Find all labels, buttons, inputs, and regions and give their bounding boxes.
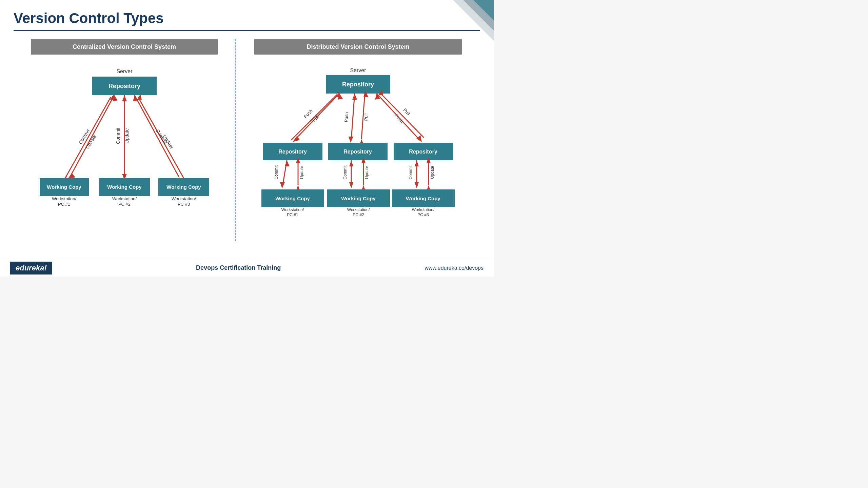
svg-text:Working Copy: Working Copy [406,196,440,201]
svg-marker-86 [415,182,419,188]
svg-text:Working Copy: Working Copy [47,184,81,190]
edureka-logo: edureka! [10,262,52,274]
svg-text:Working Copy: Working Copy [341,196,376,201]
svg-text:Server: Server [350,67,366,73]
svg-text:Commit: Commit [343,165,348,180]
svg-text:Update: Update [430,166,435,179]
svg-text:Push: Push [343,112,349,122]
slide: Version Control Types Centralized Versio… [0,0,494,277]
footer: edureka! Devops Certification Training w… [0,259,494,277]
svg-marker-70 [280,182,285,188]
svg-text:PC #1: PC #1 [58,202,70,207]
content-area: Centralized Version Control System Serve… [14,39,480,241]
svg-text:Workstation/: Workstation/ [412,207,435,212]
svg-text:Commit: Commit [274,165,279,180]
svg-text:Repository: Repository [409,149,437,155]
svg-text:Commit: Commit [408,165,413,180]
svg-text:Workstation/: Workstation/ [52,196,76,201]
svg-text:Update: Update [299,166,304,179]
svg-marker-87 [415,160,419,166]
svg-text:Repository: Repository [108,83,140,89]
cvcs-diagram: Server Repository [20,61,228,221]
svg-line-48 [351,94,355,139]
svg-marker-14 [122,95,127,101]
svg-marker-42 [293,136,300,142]
svg-marker-71 [285,160,290,166]
slide-title: Version Control Types [14,10,480,26]
svg-text:Repository: Repository [343,149,372,155]
svg-text:PC #3: PC #3 [177,202,190,207]
footer-right-text: www.edureka.co/devops [425,265,484,271]
footer-center-text: Devops Certification Training [196,264,281,271]
svg-line-59 [380,93,424,138]
svg-text:Pull: Pull [402,107,411,116]
cvcs-header: Centralized Version Control System [31,39,218,55]
svg-text:Workstation/: Workstation/ [171,196,196,201]
svg-line-9 [65,97,111,178]
svg-marker-57 [416,135,422,142]
svg-text:Workstation/: Workstation/ [112,196,136,201]
svg-text:Update: Update [124,128,130,143]
svg-text:Server: Server [116,68,133,74]
svg-text:Repository: Repository [342,81,374,88]
svg-marker-79 [349,160,353,166]
svg-line-15 [135,95,179,177]
svg-text:Workstation/: Workstation/ [347,207,370,212]
svg-text:Pull: Pull [363,113,369,121]
svg-text:PC #2: PC #2 [353,212,364,217]
dvcs-svg: Server Repository Push Pull [243,65,473,221]
svg-text:Commit: Commit [115,128,121,144]
svg-marker-78 [349,182,353,188]
right-panel: Distributed Version Control System Serve… [236,39,480,241]
dvcs-diagram: Server Repository Push Pull [243,61,473,221]
svg-text:PC #1: PC #1 [287,212,298,217]
svg-text:Repository: Repository [278,149,307,155]
svg-text:Working Copy: Working Copy [275,196,310,201]
svg-text:Working Copy: Working Copy [166,184,201,190]
corner-decoration [453,0,494,41]
dvcs-header: Distributed Version Control System [254,39,462,55]
svg-text:PC #3: PC #3 [417,212,429,217]
svg-text:Update: Update [364,166,369,179]
svg-text:Workstation/: Workstation/ [281,207,304,212]
svg-text:PC #2: PC #2 [118,202,130,207]
cvcs-svg: Server Repository [26,65,223,221]
svg-marker-49 [349,137,353,143]
title-underline [14,30,480,31]
svg-text:Push: Push [303,108,313,119]
svg-text:Working Copy: Working Copy [107,184,142,190]
svg-marker-50 [352,94,357,100]
left-panel: Centralized Version Control System Serve… [14,39,235,241]
